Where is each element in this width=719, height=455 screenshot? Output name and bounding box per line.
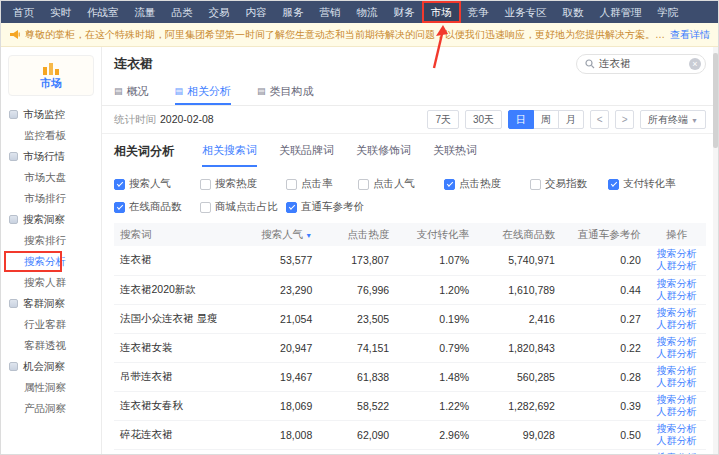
action-link[interactable]: 搜索分析: [653, 423, 700, 435]
nav-item[interactable]: 服务: [275, 1, 312, 23]
nav-item[interactable]: 实时: [42, 1, 79, 23]
metric-label: 点击人气: [373, 177, 415, 191]
action-link[interactable]: 搜索分析: [653, 278, 700, 290]
tab-item[interactable]: ▤概况: [114, 79, 149, 105]
nav-item[interactable]: 品类: [164, 1, 201, 23]
sidebar-item[interactable]: 监控看板: [1, 125, 101, 146]
metric-cell: 560,285: [475, 362, 561, 391]
nav-item[interactable]: 取数: [555, 1, 592, 23]
scrollbar[interactable]: [713, 47, 718, 455]
action-link[interactable]: 搜索分析: [653, 336, 700, 348]
metric-checkbox[interactable]: 在线商品数: [114, 200, 200, 214]
sidebar-group[interactable]: 客群洞察: [1, 293, 101, 314]
column-header[interactable]: 点击热度: [318, 223, 395, 246]
nav-item[interactable]: 内容: [238, 1, 275, 23]
action-link[interactable]: 搜索分析: [653, 307, 700, 319]
word-type-tab[interactable]: 关联品牌词: [279, 143, 334, 167]
metric-checkbox[interactable]: 直通车参考价: [286, 200, 358, 214]
terminal-select[interactable]: 所有终端▼: [640, 110, 706, 129]
next-date-button[interactable]: >: [615, 110, 634, 129]
sidebar-item[interactable]: 产品洞察: [1, 398, 101, 419]
metric-cell: 18,008: [241, 420, 318, 449]
document-icon: ▤: [114, 86, 123, 96]
sidebar-item[interactable]: 搜索排行: [1, 230, 101, 251]
action-link[interactable]: 搜索分析: [653, 248, 700, 260]
section-title: 相关词分析: [114, 143, 174, 167]
keyword-cell: 连衣裙女春秋: [114, 391, 241, 420]
nav-item[interactable]: 业务专区: [497, 1, 555, 23]
granularity-button[interactable]: 周: [533, 110, 559, 129]
action-link[interactable]: 人群分析: [653, 377, 700, 389]
tab-related-analysis-active[interactable]: ▤相关分析: [175, 79, 232, 105]
column-header[interactable]: 操作: [647, 223, 706, 246]
metric-checkbox[interactable]: 搜索热度: [200, 177, 286, 191]
metric-checkbox[interactable]: 点击热度: [444, 177, 530, 191]
column-header[interactable]: 支付转化率: [395, 223, 475, 246]
sidebar-group-label: 搜索洞察: [23, 213, 65, 227]
keyword-cell: 法国小众连衣裙 显瘦: [114, 304, 241, 333]
checkbox-unchecked-icon: [200, 202, 211, 213]
nav-item[interactable]: 人群管理: [592, 1, 650, 23]
metric-checkbox[interactable]: 支付转化率: [608, 177, 700, 191]
sidebar-item-search-analysis-active[interactable]: 搜索分析: [1, 251, 101, 272]
nav-item[interactable]: 营销: [312, 1, 349, 23]
sidebar-item[interactable]: 市场排行: [1, 188, 101, 209]
action-link[interactable]: 人群分析: [653, 290, 700, 302]
checkbox-checked-icon: [114, 202, 125, 213]
sidebar-item[interactable]: 市场大盘: [1, 167, 101, 188]
sidebar-group[interactable]: 市场行情: [1, 146, 101, 167]
action-link[interactable]: 人群分析: [653, 348, 700, 360]
column-header[interactable]: 搜索词: [114, 223, 241, 246]
sidebar-group[interactable]: 市场监控: [1, 104, 101, 125]
nav-item[interactable]: 交易: [201, 1, 238, 23]
nav-item-market-active[interactable]: 市场: [423, 1, 460, 23]
word-type-tab[interactable]: 关联修饰词: [356, 143, 411, 167]
column-header[interactable]: 搜索人气▼: [241, 223, 318, 246]
keyword-search-input[interactable]: 连衣裙 ×: [576, 54, 706, 74]
column-header[interactable]: 直通车参考价: [561, 223, 647, 246]
clear-icon[interactable]: ×: [689, 58, 701, 70]
metric-checkbox[interactable]: 点击人气: [358, 177, 444, 191]
nav-item[interactable]: 财务: [386, 1, 423, 23]
nav-item[interactable]: 流量: [127, 1, 164, 23]
tab-item[interactable]: ▤类目构成: [257, 79, 314, 105]
word-tab-related-search-active[interactable]: 相关搜索词: [202, 143, 257, 167]
metric-checkbox[interactable]: 搜索人气: [114, 177, 200, 191]
metric-cell: 1.48%: [395, 362, 475, 391]
nav-item[interactable]: 学院: [650, 1, 687, 23]
action-link[interactable]: 人群分析: [653, 319, 700, 331]
metric-checkbox[interactable]: 点击率: [286, 177, 358, 191]
table-row: 碎花连衣裙18,00862,0902.96%99,0280.50搜索分析人群分析: [114, 420, 706, 449]
sidebar-group-label: 机会洞察: [23, 360, 65, 374]
action-link[interactable]: 搜索分析: [653, 452, 700, 455]
column-header[interactable]: 在线商品数: [475, 223, 561, 246]
nav-item[interactable]: 竞争: [460, 1, 497, 23]
metric-checkbox[interactable]: 交易指数: [530, 177, 608, 191]
action-link[interactable]: 人群分析: [653, 260, 700, 272]
scrollbar-thumb[interactable]: [713, 53, 718, 148]
nav-item[interactable]: 物流: [349, 1, 386, 23]
metric-cell: 74,151: [318, 333, 395, 362]
notice-detail-link[interactable]: 查看详情: [670, 28, 710, 42]
granularity-button[interactable]: 日: [508, 110, 534, 129]
granularity-button[interactable]: 月: [558, 110, 584, 129]
metric-cell: 62,090: [318, 420, 395, 449]
sidebar-item[interactable]: 客群透视: [1, 335, 101, 356]
metric-checkbox[interactable]: 商城点击占比: [200, 200, 286, 214]
word-type-tab[interactable]: 关联热词: [433, 143, 477, 167]
action-link[interactable]: 人群分析: [653, 435, 700, 447]
action-link[interactable]: 搜索分析: [653, 394, 700, 406]
nav-item[interactable]: 首页: [5, 1, 42, 23]
keywords-table: 搜索词搜索人气▼点击热度支付转化率在线商品数直通车参考价操作 连衣裙53,577…: [114, 223, 706, 455]
sidebar-item[interactable]: 属性洞察: [1, 377, 101, 398]
quick-range-button[interactable]: 7天: [427, 110, 459, 129]
nav-item[interactable]: 作战室: [79, 1, 127, 23]
sidebar-group[interactable]: 搜索洞察: [1, 209, 101, 230]
action-link[interactable]: 人群分析: [653, 406, 700, 418]
action-link[interactable]: 搜索分析: [653, 365, 700, 377]
sidebar-item[interactable]: 行业客群: [1, 314, 101, 335]
quick-range-button[interactable]: 30天: [465, 110, 502, 129]
sidebar-group[interactable]: 机会洞察: [1, 356, 101, 377]
sidebar-item[interactable]: 搜索人群: [1, 272, 101, 293]
prev-date-button[interactable]: <: [590, 110, 609, 129]
